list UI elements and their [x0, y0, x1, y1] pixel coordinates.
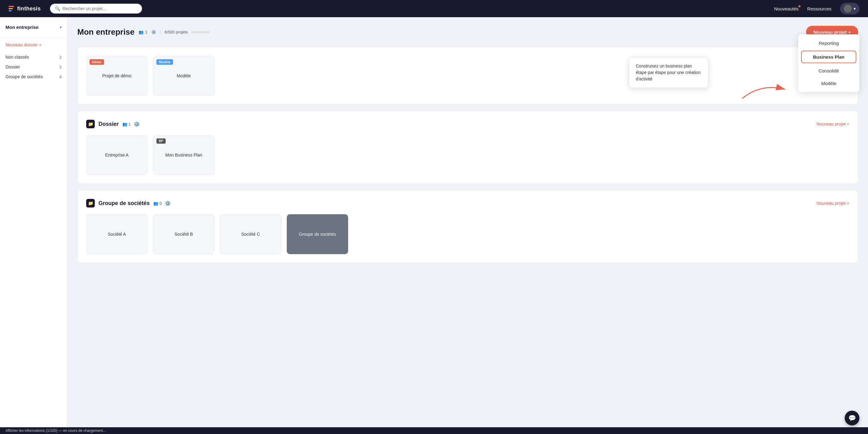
- project-name: Société B: [171, 232, 196, 237]
- search-input[interactable]: [63, 6, 137, 11]
- section-meta-dossier: 👥 1 ⚙️: [122, 121, 140, 127]
- search-bar[interactable]: 🔍: [50, 4, 142, 13]
- section-groupe: 📁 Groupe de sociétés 👥 0 ⚙️ Nouveau proj…: [77, 190, 858, 263]
- members-icon: 👥: [122, 122, 127, 126]
- page-title: Mon entreprise: [77, 27, 134, 37]
- project-card-societe-c[interactable]: Société C: [220, 214, 281, 254]
- sidebar-item-non-classes[interactable]: Non classés 2: [0, 52, 67, 62]
- progress-bar-fill: [191, 31, 192, 33]
- section-header-dossier: 📁 Dossier 👥 1 ⚙️ Nouveau projet +: [86, 120, 849, 128]
- project-card-demo[interactable]: Démo Projet de démo: [86, 56, 148, 96]
- project-name: Société A: [104, 232, 129, 237]
- header-nav: Nouveautés Ressources ▾: [774, 3, 860, 15]
- section-new-project-dossier[interactable]: Nouveau projet +: [816, 121, 849, 126]
- enterprise-label: Mon entreprise: [5, 25, 39, 30]
- badge-modele: Modèle: [156, 59, 173, 65]
- logo-text: finthesis: [17, 5, 41, 12]
- section-header-left: 📁 Dossier 👥 1 ⚙️: [86, 120, 140, 128]
- header: finthesis 🔍 Nouveautés Ressources ▾: [0, 0, 868, 17]
- bottom-bar-text: Afficher les informations (1/100) — en c…: [5, 429, 106, 433]
- tooltip-text: Construisez un business plan étape par é…: [636, 63, 701, 81]
- meta-members: 👥 1: [138, 30, 147, 34]
- project-name: Projet de démo: [99, 74, 135, 78]
- project-name: Groupe de sociétés: [295, 232, 340, 237]
- badge-demo: Démo: [90, 59, 104, 65]
- section-meta-groupe: 👥 0 ⚙️: [153, 200, 171, 206]
- badge-bp: BP: [156, 138, 166, 144]
- content-area: Mon entreprise 👥 1 ⚙️ | 6/500 projets: [67, 17, 868, 427]
- members-count: 👥 1: [122, 122, 131, 126]
- search-icon: 🔍: [55, 6, 60, 11]
- main-layout: Mon entreprise ▾ Nouveau dossier + Non c…: [0, 17, 868, 427]
- dropdown-menu: Reporting Business Plan Consolidé Modèle: [798, 34, 860, 92]
- tooltip-bubble: Construisez un business plan étape par é…: [629, 57, 709, 88]
- project-name: Société C: [238, 232, 264, 237]
- section-header-left: 📁 Groupe de sociétés 👥 0 ⚙️: [86, 199, 171, 207]
- folder-icon: 📁: [86, 120, 95, 128]
- sidebar-item-count: 2: [60, 55, 62, 60]
- members-icon: 👥: [153, 201, 158, 206]
- project-name: Modèle: [173, 74, 194, 78]
- page-header-left: Mon entreprise 👥 1 ⚙️ | 6/500 projets: [77, 27, 210, 37]
- section-title-dossier: Dossier: [98, 121, 119, 127]
- logo[interactable]: finthesis: [8, 5, 41, 12]
- section-non-classes: Démo Projet de démo Modèle Modèle: [77, 47, 858, 105]
- section-dossier: 📁 Dossier 👥 1 ⚙️ Nouveau projet + Entrep…: [77, 111, 858, 184]
- gear-icon-groupe[interactable]: ⚙️: [165, 200, 171, 206]
- sidebar-item-groupe[interactable]: Groupe de sociétés 4: [0, 72, 67, 82]
- chevron-down-icon: ▾: [60, 25, 62, 29]
- projects-grid-groupe: Société A Société B Société C Groupe de …: [86, 214, 849, 254]
- sidebar-enterprise[interactable]: Mon entreprise ▾: [0, 22, 67, 32]
- dropdown-item-business-plan[interactable]: Business Plan: [801, 51, 856, 63]
- project-card-groupe-societes[interactable]: Groupe de sociétés: [287, 214, 348, 254]
- meta-projects: 6/500 projets: [165, 30, 188, 34]
- section-title-groupe: Groupe de sociétés: [98, 200, 150, 207]
- project-card-societe-b[interactable]: Société B: [153, 214, 214, 254]
- sidebar-item-count: 4: [60, 75, 62, 79]
- section-header-groupe: 📁 Groupe de sociétés 👥 0 ⚙️ Nouveau proj…: [86, 199, 849, 207]
- new-folder-button[interactable]: Nouveau dossier +: [0, 40, 67, 50]
- gear-icon-dossier[interactable]: ⚙️: [134, 121, 140, 127]
- dropdown-item-reporting[interactable]: Reporting: [798, 37, 860, 50]
- nav-nouveautes[interactable]: Nouveautés: [774, 6, 799, 11]
- nav-ressources[interactable]: Ressources: [807, 6, 832, 11]
- section-new-project-groupe[interactable]: Nouveau projet +: [816, 201, 849, 206]
- avatar-chevron: ▾: [854, 6, 856, 11]
- dropdown-item-consolide[interactable]: Consolidé: [798, 64, 860, 77]
- divider: |: [160, 29, 161, 35]
- avatar-button[interactable]: ▾: [840, 3, 860, 15]
- project-card-modele[interactable]: Modèle Modèle: [153, 56, 214, 96]
- project-card-societe-a[interactable]: Société A: [86, 214, 148, 254]
- sidebar-item-count: 2: [60, 65, 62, 69]
- logo-icon: [8, 6, 14, 11]
- sidebar-divider: [0, 37, 67, 37]
- project-name: Entreprise A: [101, 152, 132, 157]
- sidebar-item-label: Non classés: [5, 55, 29, 60]
- projects-grid-non-classes: Démo Projet de démo Modèle Modèle: [86, 56, 849, 96]
- sidebar-item-dossier[interactable]: Dossier 2: [0, 62, 67, 72]
- sidebar-item-label: Dossier: [5, 64, 20, 69]
- chat-button[interactable]: 💬: [845, 411, 860, 426]
- dropdown-item-modele[interactable]: Modèle: [798, 77, 860, 90]
- avatar: [844, 5, 852, 12]
- project-card-business-plan[interactable]: BP Mon Business Plan: [153, 135, 214, 175]
- chat-icon: 💬: [848, 414, 856, 422]
- sidebar: Mon entreprise ▾ Nouveau dossier + Non c…: [0, 17, 67, 427]
- project-card-entreprise-a[interactable]: Entreprise A: [86, 135, 148, 175]
- bottom-bar: Afficher les informations (1/100) — en c…: [0, 427, 868, 434]
- folder-icon-groupe: 📁: [86, 199, 95, 207]
- progress-bar: [191, 31, 210, 33]
- header-meta: 👥 1 ⚙️ | 6/500 projets: [138, 29, 210, 35]
- members-count: 👥 0: [153, 201, 162, 206]
- projects-grid-dossier: Entreprise A BP Mon Business Plan: [86, 135, 849, 175]
- new-folder-label: Nouveau dossier +: [5, 42, 41, 47]
- project-name: Mon Business Plan: [162, 152, 206, 157]
- page-header: Mon entreprise 👥 1 ⚙️ | 6/500 projets: [77, 26, 858, 38]
- members-icon: 👥: [138, 30, 144, 34]
- sidebar-item-label: Groupe de sociétés: [5, 74, 43, 79]
- gear-icon[interactable]: ⚙️: [151, 30, 156, 34]
